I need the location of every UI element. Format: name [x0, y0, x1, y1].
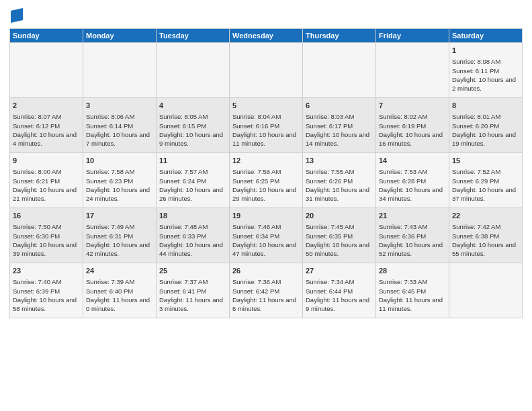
day-info: Sunrise: 7:55 AM: [306, 167, 373, 176]
day-info: Daylight: 10 hours and 42 minutes.: [86, 240, 153, 259]
calendar-cell: 28Sunrise: 7:33 AMSunset: 6:45 PMDayligh…: [376, 263, 449, 318]
day-info: Sunset: 6:23 PM: [86, 177, 153, 185]
day-number: 22: [452, 211, 519, 221]
day-info: Sunset: 6:42 PM: [232, 287, 300, 295]
calendar-cell: [376, 43, 449, 98]
calendar-cell: [83, 43, 157, 98]
calendar-cell: 11Sunrise: 7:57 AMSunset: 6:24 PMDayligh…: [157, 153, 230, 208]
day-info: Sunrise: 7:40 AM: [13, 277, 80, 286]
day-info: Sunset: 6:20 PM: [452, 122, 519, 130]
day-number: 20: [306, 211, 373, 221]
calendar-cell: 10Sunrise: 7:58 AMSunset: 6:23 PMDayligh…: [83, 153, 157, 208]
day-info: Daylight: 10 hours and 14 minutes.: [306, 130, 373, 148]
day-info: Sunset: 6:16 PM: [232, 122, 300, 130]
header-saturday: Saturday: [449, 29, 523, 43]
day-info: Sunset: 6:24 PM: [159, 177, 226, 185]
calendar-cell: 1Sunrise: 8:08 AMSunset: 6:11 PMDaylight…: [449, 43, 523, 98]
day-info: Sunrise: 8:01 AM: [452, 112, 519, 121]
calendar-cell: 4Sunrise: 8:05 AMSunset: 6:15 PMDaylight…: [157, 98, 230, 153]
calendar-cell: 19Sunrise: 7:46 AMSunset: 6:34 PMDayligh…: [230, 208, 303, 263]
day-number: 5: [232, 101, 300, 111]
day-number: 19: [232, 211, 300, 221]
calendar-cell: 13Sunrise: 7:55 AMSunset: 6:26 PMDayligh…: [303, 153, 376, 208]
day-info: Sunrise: 7:33 AM: [379, 277, 446, 286]
day-info: Sunrise: 7:42 AM: [452, 222, 519, 231]
day-number: 11: [159, 156, 226, 166]
day-info: Sunset: 6:30 PM: [13, 232, 80, 240]
day-info: Daylight: 10 hours and 4 minutes.: [13, 130, 80, 148]
header-tuesday: Tuesday: [157, 29, 230, 43]
calendar-cell: 5Sunrise: 8:04 AMSunset: 6:16 PMDaylight…: [230, 98, 303, 153]
day-info: Sunset: 6:35 PM: [306, 232, 373, 240]
calendar-week-row: 1Sunrise: 8:08 AMSunset: 6:11 PMDaylight…: [10, 43, 523, 98]
calendar-week-row: 16Sunrise: 7:50 AMSunset: 6:30 PMDayligh…: [10, 208, 523, 263]
day-info: Sunrise: 7:57 AM: [159, 167, 226, 176]
day-info: Daylight: 10 hours and 26 minutes.: [159, 185, 226, 203]
day-info: Sunset: 6:15 PM: [159, 122, 226, 130]
day-number: 6: [306, 101, 373, 111]
day-info: Daylight: 10 hours and 29 minutes.: [232, 185, 300, 203]
day-number: 4: [159, 101, 226, 111]
header-friday: Friday: [376, 29, 449, 43]
calendar-week-row: 2Sunrise: 8:07 AMSunset: 6:12 PMDaylight…: [10, 98, 523, 153]
day-number: 1: [452, 46, 519, 56]
day-info: Sunset: 6:39 PM: [13, 287, 80, 295]
day-info: Sunrise: 7:36 AM: [232, 277, 300, 286]
calendar-cell: [449, 263, 523, 318]
day-info: Sunrise: 7:58 AM: [86, 167, 153, 176]
day-info: Sunset: 6:25 PM: [232, 177, 300, 185]
day-info: Sunrise: 7:48 AM: [159, 222, 226, 231]
day-info: Daylight: 10 hours and 39 minutes.: [13, 240, 80, 259]
calendar-cell: 14Sunrise: 7:53 AMSunset: 6:28 PMDayligh…: [376, 153, 449, 208]
day-number: 27: [306, 266, 373, 276]
calendar-cell: 2Sunrise: 8:07 AMSunset: 6:12 PMDaylight…: [10, 98, 83, 153]
day-info: Sunset: 6:17 PM: [306, 122, 373, 130]
day-info: Sunrise: 7:39 AM: [86, 277, 153, 286]
calendar-cell: 17Sunrise: 7:49 AMSunset: 6:31 PMDayligh…: [83, 208, 157, 263]
day-info: Daylight: 11 hours and 11 minutes.: [379, 295, 446, 314]
day-info: Sunrise: 7:34 AM: [306, 277, 373, 286]
day-number: 17: [86, 211, 153, 221]
day-info: Sunrise: 7:52 AM: [452, 167, 519, 176]
calendar-cell: 21Sunrise: 7:43 AMSunset: 6:36 PMDayligh…: [376, 208, 449, 263]
calendar-cell: 20Sunrise: 7:45 AMSunset: 6:35 PMDayligh…: [303, 208, 376, 263]
day-info: Daylight: 10 hours and 58 minutes.: [13, 295, 80, 314]
day-info: Sunrise: 7:56 AM: [232, 167, 300, 176]
calendar-table: Sunday Monday Tuesday Wednesday Thursday…: [9, 28, 523, 318]
day-info: Daylight: 11 hours and 0 minutes.: [86, 295, 153, 314]
day-info: Sunset: 6:11 PM: [452, 66, 519, 75]
day-info: Sunrise: 8:03 AM: [306, 112, 373, 121]
logo: [9, 8, 23, 23]
calendar-cell: 26Sunrise: 7:36 AMSunset: 6:42 PMDayligh…: [230, 263, 303, 318]
day-info: Sunset: 6:40 PM: [86, 287, 153, 295]
calendar-cell: [10, 43, 83, 98]
day-number: 12: [232, 156, 300, 166]
day-number: 9: [13, 156, 80, 166]
day-number: 16: [13, 211, 80, 221]
day-number: 15: [452, 156, 519, 166]
day-info: Sunrise: 8:06 AM: [86, 112, 153, 121]
day-info: Daylight: 10 hours and 34 minutes.: [379, 185, 446, 203]
day-number: 24: [86, 266, 153, 276]
day-info: Sunset: 6:31 PM: [86, 232, 153, 240]
day-number: 23: [13, 266, 80, 276]
day-info: Sunrise: 7:46 AM: [232, 222, 300, 231]
day-info: Sunset: 6:45 PM: [379, 287, 446, 295]
day-info: Daylight: 10 hours and 24 minutes.: [86, 185, 153, 203]
calendar-cell: 18Sunrise: 7:48 AMSunset: 6:33 PMDayligh…: [157, 208, 230, 263]
day-number: 8: [452, 101, 519, 111]
calendar-cell: 25Sunrise: 7:37 AMSunset: 6:41 PMDayligh…: [157, 263, 230, 318]
day-info: Daylight: 10 hours and 47 minutes.: [232, 240, 300, 259]
calendar-cell: 16Sunrise: 7:50 AMSunset: 6:30 PMDayligh…: [10, 208, 83, 263]
calendar-week-row: 9Sunrise: 8:00 AMSunset: 6:21 PMDaylight…: [10, 153, 523, 208]
day-info: Sunset: 6:44 PM: [306, 287, 373, 295]
day-info: Sunrise: 8:02 AM: [379, 112, 446, 121]
day-info: Sunset: 6:36 PM: [379, 232, 446, 240]
calendar-cell: 12Sunrise: 7:56 AMSunset: 6:25 PMDayligh…: [230, 153, 303, 208]
header-thursday: Thursday: [303, 29, 376, 43]
day-info: Daylight: 10 hours and 11 minutes.: [232, 130, 300, 148]
calendar-cell: 15Sunrise: 7:52 AMSunset: 6:29 PMDayligh…: [449, 153, 523, 208]
day-info: Sunrise: 8:05 AM: [159, 112, 226, 121]
calendar-cell: 8Sunrise: 8:01 AMSunset: 6:20 PMDaylight…: [449, 98, 523, 153]
calendar-header-row: Sunday Monday Tuesday Wednesday Thursday…: [10, 29, 523, 43]
